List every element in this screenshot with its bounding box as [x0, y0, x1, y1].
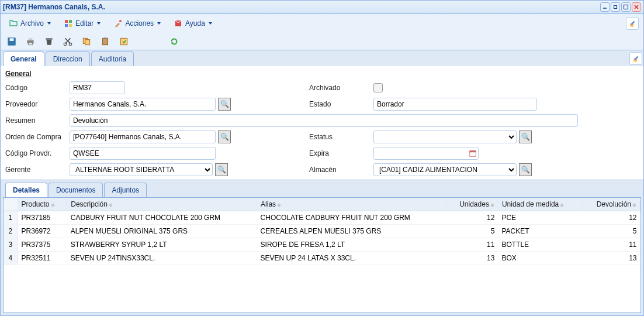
cut-icon[interactable] [63, 36, 73, 47]
menu-archivo-label: Archivo [20, 19, 44, 28]
label-codigo-provdr: Código Provdr. [5, 149, 64, 157]
delete-icon[interactable] [44, 36, 54, 47]
cell-uom: BOTTLE [498, 238, 583, 252]
label-resumen: Resumen [5, 116, 64, 125]
cell-uom: PACKET [498, 225, 583, 238]
col-uom[interactable]: Unidad de medida◆ [498, 198, 583, 211]
palette-icon [64, 19, 73, 28]
orden-compra-field[interactable] [70, 130, 216, 143]
svg-rect-2 [624, 5, 628, 9]
copy-icon[interactable] [81, 36, 92, 47]
table-row[interactable]: 1PR37185CADBURY FRUIT NUT CHOCOLATE 200 … [4, 211, 640, 225]
cell-descripcion: STRAWBERRY SYRUP 1,2 LT [67, 238, 257, 252]
chevron-down-icon [97, 22, 101, 25]
estatus-lookup-button[interactable]: 🔍 [519, 130, 532, 143]
edit-layout-button[interactable] [626, 17, 639, 30]
tab-documentos[interactable]: Documentos [49, 183, 103, 197]
label-proveedor: Proveedor [5, 100, 64, 108]
menu-ayuda-label: Ayuda [185, 19, 205, 28]
cell-alias: CEREALES ALPEN MUESLI 375 GRS [257, 225, 447, 238]
menu-acciones-label: Acciones [125, 19, 154, 28]
cell-unidades: 13 [446, 252, 498, 265]
search-icon: 🔍 [521, 133, 530, 141]
menu-editar[interactable]: Editar [60, 17, 104, 30]
tab-detalles[interactable]: Detalles [5, 183, 47, 197]
cell-unidades: 5 [446, 225, 498, 238]
table-row[interactable]: 3PR37375STRAWBERRY SYRUP 1,2 LTSIROPE DE… [4, 238, 640, 252]
cell-producto: PR32511 [18, 252, 67, 265]
col-index[interactable] [4, 198, 18, 211]
cell-index: 1 [4, 211, 18, 225]
codigo-provdr-field[interactable] [70, 147, 216, 160]
proveedor-lookup-button[interactable]: 🔍 [218, 98, 231, 111]
almacen-lookup-button[interactable]: 🔍 [519, 163, 532, 176]
tab-auditoria[interactable]: Auditoria [91, 51, 134, 66]
cell-index: 3 [4, 238, 18, 252]
chevron-down-icon [209, 22, 212, 25]
estado-field[interactable] [373, 98, 537, 111]
close-button[interactable] [632, 2, 641, 12]
search-icon: 🔍 [521, 166, 530, 174]
cell-devolucion: 13 [583, 252, 640, 265]
minimize-button[interactable] [600, 2, 610, 12]
menu-archivo[interactable]: Archivo [5, 17, 54, 30]
cell-producto: PR37375 [18, 238, 67, 252]
col-unidades[interactable]: Unidades◆ [446, 198, 498, 211]
menu-acciones[interactable]: Acciones [110, 17, 164, 30]
svg-rect-13 [29, 38, 33, 40]
svg-point-9 [119, 20, 122, 22]
gerente-select[interactable]: ALTERNAE ROOT SIDERATTA [70, 163, 213, 176]
proveedor-field[interactable] [70, 98, 216, 111]
cell-descripcion: SEVEN UP 24TINSX33CL. [67, 252, 257, 265]
menu-editar-label: Editar [75, 19, 94, 28]
label-estatus: Estatus [309, 133, 368, 141]
resumen-field[interactable] [70, 114, 578, 127]
cell-uom: BOX [498, 252, 583, 265]
svg-rect-1 [614, 6, 617, 9]
svg-rect-11 [10, 38, 14, 41]
estatus-select[interactable] [373, 130, 517, 143]
col-devolucion[interactable]: Devolución◆ [583, 198, 640, 211]
label-gerente: Gerente [5, 166, 64, 174]
almacen-select[interactable]: [CA01] CADIZ ALIMENTACION [373, 163, 517, 176]
maximize-button[interactable] [621, 2, 631, 12]
export-icon[interactable] [119, 36, 129, 47]
tab-general[interactable]: General [3, 51, 44, 66]
tools-icon [113, 19, 123, 28]
search-icon: 🔍 [220, 133, 229, 141]
book-icon [174, 19, 183, 28]
window-title: [RM37] Hermanos Canals, S.A. [3, 3, 599, 11]
general-panel: General Código Archivado Proveedor 🔍 Est… [0, 66, 644, 180]
cell-unidades: 12 [446, 211, 498, 225]
col-alias[interactable]: Alias◆ [257, 198, 447, 211]
label-expira: Expira [309, 149, 368, 157]
title-bar: [RM37] Hermanos Canals, S.A. [0, 0, 644, 14]
orden-compra-lookup-button[interactable]: 🔍 [218, 130, 231, 143]
table-row[interactable]: 4PR32511SEVEN UP 24TINSX33CL.SEVEN UP 24… [4, 252, 640, 265]
menu-bar: Archivo Editar Acciones Ayuda [0, 14, 644, 33]
print-icon[interactable] [25, 36, 36, 47]
table-row[interactable]: 2PR36972ALPEN MUESLI ORIGINAL 375 GRSCER… [4, 225, 640, 238]
svg-rect-14 [29, 43, 33, 44]
cell-alias: SEVEN UP 24 LATAS X 33CL. [257, 252, 447, 265]
tab-direccion[interactable]: Direccion [46, 51, 90, 66]
svg-rect-21 [104, 37, 107, 39]
archivado-checkbox[interactable] [373, 83, 383, 92]
tab-adjuntos[interactable]: Adjuntos [104, 183, 147, 197]
cell-producto: PR37185 [18, 211, 67, 225]
cell-descripcion: ALPEN MUESLI ORIGINAL 375 GRS [67, 225, 257, 238]
restore-button[interactable] [611, 2, 620, 12]
svg-rect-19 [85, 39, 90, 44]
col-producto[interactable]: Producto◆ [18, 198, 67, 211]
paste-icon[interactable] [100, 36, 110, 47]
expira-field[interactable] [373, 147, 479, 160]
col-descripcion[interactable]: Descripción◆ [67, 198, 257, 211]
edit-panel-button[interactable] [629, 52, 642, 65]
save-icon[interactable] [6, 36, 17, 47]
menu-ayuda[interactable]: Ayuda [170, 17, 216, 30]
codigo-field[interactable] [70, 81, 125, 94]
svg-rect-6 [69, 20, 72, 23]
refresh-icon[interactable] [169, 36, 179, 47]
gerente-lookup-button[interactable]: 🔍 [215, 163, 228, 176]
label-orden-compra: Orden de Compra [5, 133, 64, 141]
